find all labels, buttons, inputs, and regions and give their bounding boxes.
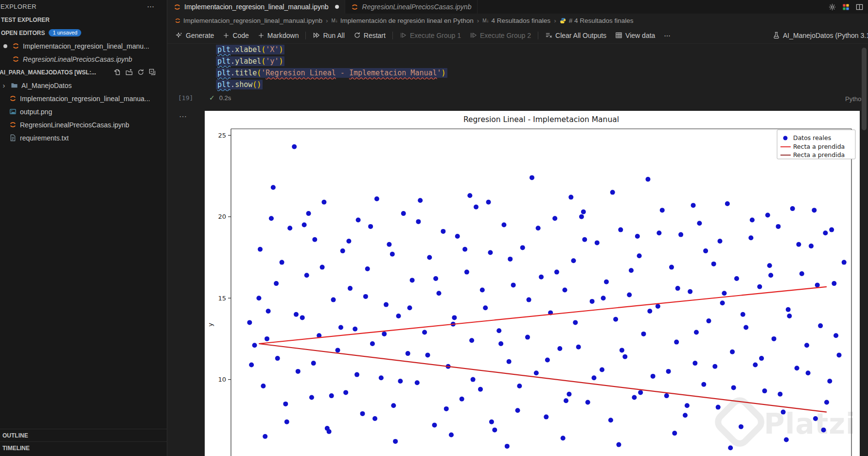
code-token: ( <box>261 45 266 54</box>
sparkle-icon <box>176 32 183 39</box>
execute-group-2-button[interactable]: Execute Group 2 <box>465 29 535 42</box>
execute-group-icon <box>470 32 477 39</box>
kernel-env-icon <box>773 32 780 39</box>
open-editor-item-regresion[interactable]: RegresionLinealPreciosCasas.ipynb <box>0 53 167 66</box>
folder-icon <box>10 82 18 89</box>
plus-icon <box>223 32 230 39</box>
notebook-cell-area: plt.xlabel('X') plt.ylabel('y') plt.titl… <box>167 44 868 456</box>
breadcrumb-label: # 4 Resultados finales <box>569 17 634 24</box>
file-item-requirements-txt[interactable]: requirements.txt <box>0 131 167 144</box>
restart-kernel-button[interactable]: Restart <box>349 29 390 42</box>
toolbar-more-icon[interactable]: ⋯ <box>659 29 675 42</box>
chevron-right-icon: › <box>1 81 7 89</box>
settings-gear-icon[interactable] <box>829 3 836 11</box>
code-token: ) <box>442 69 446 77</box>
plot-title: Regresion Lineal - Implemetacion Manual <box>463 115 619 124</box>
section-timeline[interactable]: › TIMELINE <box>0 441 167 454</box>
code-editor[interactable]: plt.xlabel('X') plt.ylabel('y') plt.titl… <box>216 44 447 90</box>
tab-implementacion-notebook[interactable]: Implementacion_regresion_lineal_manual.i… <box>167 0 345 14</box>
breadcrumb-code-cell[interactable]: # 4 Resultados finales <box>560 17 634 24</box>
code-token: plt <box>217 45 230 54</box>
section-open-editors[interactable]: OPEN EDITORS 1 unsaved <box>0 26 167 39</box>
legend-label: Datos reales <box>793 134 831 141</box>
cell-execution-status: [19] ✓ 0.2s <box>178 94 231 102</box>
execute-group-icon <box>400 32 407 39</box>
run-all-icon <box>313 32 320 39</box>
code-token: 'X' <box>266 45 279 54</box>
code-token: ) <box>279 45 283 54</box>
output-actions-icon[interactable]: ⋯ <box>179 112 187 121</box>
legend-point-swatch <box>783 136 788 140</box>
dirty-indicator-icon[interactable] <box>335 5 339 9</box>
tab-bar: Implementacion_regresion_lineal_manual.i… <box>167 0 868 14</box>
run-all-button[interactable]: Run All <box>308 29 349 42</box>
watermark-text: Platzi <box>764 407 856 440</box>
new-folder-icon[interactable] <box>125 69 133 76</box>
breadcrumb-label: Implementacion_regresion_lineal_manual.i… <box>183 17 322 24</box>
cell-language-picker[interactable]: Python <box>845 95 862 103</box>
code-line[interactable]: plt.show() <box>216 79 447 90</box>
code-line[interactable]: plt.xlabel('X') <box>216 44 447 55</box>
dirty-indicator-icon <box>3 44 7 48</box>
view-data-button[interactable]: View data <box>611 29 659 42</box>
ellipsis-icon: ⋯ <box>664 32 671 39</box>
section-outline[interactable]: › OUTLINE <box>0 429 167 441</box>
file-label: RegresionLinealPreciosCasas.ipynb <box>20 121 129 129</box>
code-token: . <box>230 69 235 77</box>
code-token: ( <box>261 57 266 66</box>
code-line[interactable]: plt.ylabel('y') <box>216 55 447 67</box>
tab-regresion-notebook[interactable]: RegresionLinealPreciosCasas.ipynb <box>345 0 478 14</box>
restart-label: Restart <box>364 32 386 39</box>
code-token: ' <box>261 69 266 77</box>
code-line[interactable]: plt.title('Regresion Lineal - Implemetac… <box>216 67 447 79</box>
add-markdown-cell-button[interactable]: Markdown <box>253 29 303 42</box>
breadcrumb-notebook-file[interactable]: Implementacion_regresion_lineal_manual.i… <box>174 17 322 24</box>
plus-icon <box>258 32 265 39</box>
breadcrumb-separator-icon: › <box>326 17 328 24</box>
explorer-more-icon[interactable]: ⋯ <box>147 2 154 11</box>
generate-button[interactable]: Generate <box>171 29 218 42</box>
explorer-sidebar: EXPLORER ⋯ TEST EXPLORER OPEN EDITORS 1 … <box>0 0 167 456</box>
file-item-implementacion-ipynb[interactable]: Implementacion_regresion_lineal_manua... <box>0 92 167 105</box>
file-label: requirements.txt <box>20 134 69 142</box>
kernel-picker[interactable]: AI_ManejoDatos (Python 3.1 <box>773 32 868 39</box>
collapse-folders-icon[interactable] <box>149 69 156 76</box>
toolbar-divider <box>305 32 306 39</box>
section-workspace[interactable]: AI_PARA_MANEJODATOS [WSL:... <box>0 66 167 79</box>
explorer-title: EXPLORER <box>0 3 36 10</box>
file-item-regresion-ipynb[interactable]: RegresionLinealPreciosCasas.ipynb <box>0 118 167 131</box>
refresh-explorer-icon[interactable] <box>137 69 144 76</box>
code-token: Regresion Lineal <box>266 69 336 77</box>
markdown-icon: M↓ <box>482 18 489 23</box>
file-item-ai-manejodatos[interactable]: › AI_ManejoDatos <box>0 79 167 92</box>
add-code-label: Code <box>232 32 248 39</box>
section-test-explorer[interactable]: TEST EXPLORER <box>0 13 167 26</box>
code-token: ) <box>257 80 261 89</box>
kernel-label: AI_ManejoDatos (Python 3.1 <box>783 32 868 39</box>
open-editor-item-implementacion[interactable]: Implementacion_regresion_lineal_manu... <box>0 39 167 53</box>
execute-group-1-button[interactable]: Execute Group 1 <box>395 29 465 42</box>
file-item-output-png[interactable]: output.png <box>0 105 167 118</box>
breadcrumb-markdown-subsection[interactable]: M↓ 4 Resultados finales <box>482 17 550 24</box>
profile-colorful-icon[interactable] <box>842 3 850 11</box>
text-file-icon <box>9 134 17 142</box>
code-token: ( <box>252 80 257 89</box>
execute-group-2-label: Execute Group 2 <box>480 32 531 39</box>
new-file-icon[interactable] <box>114 69 121 76</box>
add-code-cell-button[interactable]: Code <box>218 29 253 42</box>
code-token: . <box>230 80 235 89</box>
open-editors-label: OPEN EDITORS <box>1 30 45 36</box>
outline-label: OUTLINE <box>2 432 28 439</box>
breadcrumb-markdown-section[interactable]: M↓ Implementación de regresión lineal en… <box>331 17 473 24</box>
breadcrumb-separator-icon: › <box>554 17 556 24</box>
code-token: 'y' <box>266 57 279 66</box>
execution-duration: 0.2s <box>219 94 231 102</box>
legend-label: Recta a prendida <box>793 143 845 150</box>
clear-all-outputs-button[interactable]: Clear All Outputs <box>541 29 611 42</box>
split-editor-icon[interactable] <box>856 3 863 11</box>
explorer-header: EXPLORER ⋯ <box>0 0 167 13</box>
toolbar-divider <box>392 32 393 39</box>
editor-scrollbar[interactable] <box>862 48 867 130</box>
jupyter-notebook-icon <box>9 95 17 103</box>
clear-all-outputs-label: Clear All Outputs <box>555 32 606 39</box>
